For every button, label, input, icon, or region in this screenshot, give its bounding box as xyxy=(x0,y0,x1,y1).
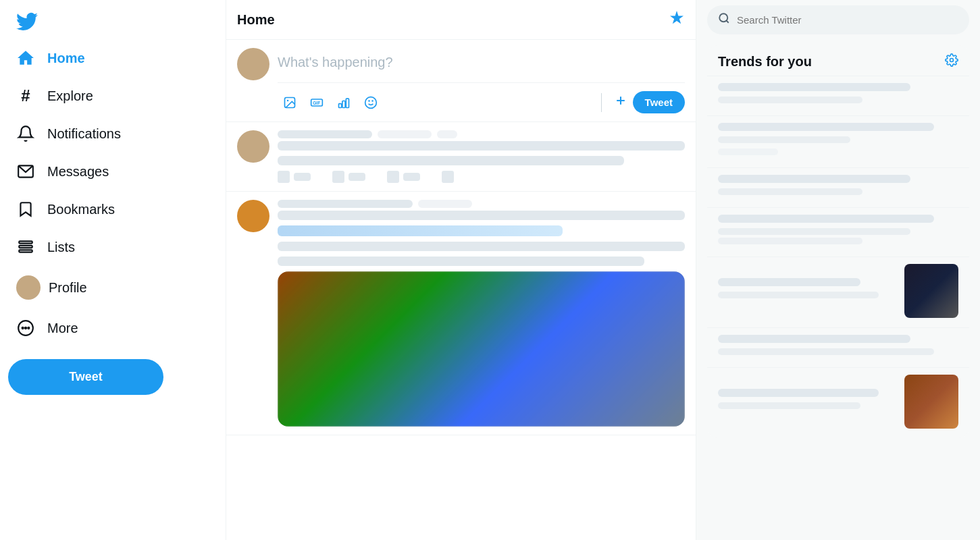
reply-action[interactable] xyxy=(278,171,311,183)
compose-icon-group: GIF xyxy=(278,92,594,113)
trend-content-row xyxy=(718,375,958,429)
trend-bar xyxy=(718,402,860,409)
trend-bar xyxy=(718,215,934,223)
sidebar-item-messages-label: Messages xyxy=(47,164,109,180)
search-box[interactable] xyxy=(707,5,969,34)
sidebar-item-lists[interactable]: Lists xyxy=(8,230,217,265)
trends-settings-icon[interactable] xyxy=(945,53,958,70)
compose-poll-button[interactable] xyxy=(332,92,356,113)
compose-plus-button[interactable] xyxy=(609,91,633,113)
trend-bar xyxy=(718,175,910,183)
tweet-highlight-bar xyxy=(278,225,563,236)
trend-bar xyxy=(718,335,910,343)
tweet-content xyxy=(278,200,685,427)
search-icon xyxy=(718,12,730,28)
svg-point-9 xyxy=(287,99,289,101)
right-panel: Trends for you xyxy=(696,0,980,540)
trend-item[interactable] xyxy=(707,207,969,256)
compose-input[interactable]: What's happening? xyxy=(278,48,685,77)
svg-rect-1 xyxy=(19,241,32,243)
trend-bar xyxy=(718,348,934,355)
trend-item-with-thumb[interactable] xyxy=(707,367,969,438)
tweet-submit-button[interactable]: Tweet xyxy=(633,91,685,113)
profile-avatar-icon xyxy=(16,275,41,300)
compose-actions: GIF Tweet xyxy=(278,82,685,113)
page-title: Home xyxy=(237,12,275,28)
svg-text:GIF: GIF xyxy=(313,101,320,105)
trend-bar xyxy=(718,97,862,103)
tweet-meta xyxy=(278,200,685,208)
tweet-text-lines xyxy=(278,211,685,266)
sidebar-item-bookmarks-label: Bookmarks xyxy=(47,202,115,217)
svg-point-21 xyxy=(950,59,954,62)
reply-count xyxy=(294,173,311,181)
trend-thumbnail xyxy=(904,375,958,429)
like-icon-placeholder xyxy=(387,171,399,183)
bell-icon xyxy=(16,124,35,143)
sidebar-item-more[interactable]: More xyxy=(8,310,217,346)
svg-point-7 xyxy=(28,327,29,329)
trend-bar xyxy=(718,278,860,286)
trend-item[interactable] xyxy=(707,327,969,367)
twitter-logo[interactable] xyxy=(8,5,217,38)
retweet-icon-placeholder xyxy=(332,171,344,183)
trend-bar xyxy=(718,188,862,195)
svg-point-15 xyxy=(365,97,377,108)
tweet-username-placeholder xyxy=(278,130,372,138)
trends-header: Trends for you xyxy=(707,45,969,76)
sidebar-item-home[interactable]: Home xyxy=(8,40,217,76)
svg-rect-13 xyxy=(342,101,345,107)
sidebar-item-lists-label: Lists xyxy=(47,240,75,255)
svg-point-5 xyxy=(22,327,24,329)
sidebar-item-explore[interactable]: # Explore xyxy=(8,78,217,113)
tweet-avatar xyxy=(237,200,269,232)
tweet-line xyxy=(278,256,644,266)
sidebar-item-profile-label: Profile xyxy=(49,280,87,296)
tweet-username-placeholder xyxy=(278,200,413,208)
sparkle-icon[interactable] xyxy=(669,9,685,30)
sidebar-item-profile[interactable]: Profile xyxy=(8,267,217,308)
sidebar: Home # Explore Notifications Messages Bo… xyxy=(0,0,226,540)
retweet-count xyxy=(349,173,365,181)
tweet-line xyxy=(278,242,685,251)
sidebar-item-notifications-label: Notifications xyxy=(47,126,121,142)
trend-thumbnail xyxy=(904,264,958,318)
trend-bar xyxy=(718,123,934,131)
like-action[interactable] xyxy=(387,171,420,183)
like-count xyxy=(403,173,420,181)
compose-gif-button[interactable]: GIF xyxy=(305,92,329,113)
sidebar-item-explore-label: Explore xyxy=(47,88,93,104)
trend-bar xyxy=(718,292,879,298)
share-action[interactable] xyxy=(442,171,454,183)
mail-icon xyxy=(16,162,35,181)
share-icon-placeholder xyxy=(442,171,454,183)
sidebar-item-notifications[interactable]: Notifications xyxy=(8,116,217,151)
lists-icon xyxy=(16,238,35,256)
trend-item-with-thumb[interactable] xyxy=(707,256,969,327)
tweet-time-placeholder xyxy=(437,130,457,138)
search-input[interactable] xyxy=(737,14,958,26)
trends-title: Trends for you xyxy=(718,54,812,70)
trend-bar xyxy=(718,83,910,91)
trends-box: Trends for you xyxy=(707,45,969,438)
tweet-button[interactable]: Tweet xyxy=(8,359,163,395)
home-icon xyxy=(16,49,35,68)
sidebar-item-bookmarks[interactable]: Bookmarks xyxy=(8,192,217,227)
svg-point-6 xyxy=(25,327,26,329)
svg-rect-2 xyxy=(19,246,32,248)
compose-image-button[interactable] xyxy=(278,92,302,113)
trend-item[interactable] xyxy=(707,76,969,115)
svg-point-20 xyxy=(719,14,727,22)
retweet-action[interactable] xyxy=(332,171,365,183)
compose-area: What's happening? GIF xyxy=(278,48,685,113)
trend-item[interactable] xyxy=(707,167,969,207)
more-icon xyxy=(16,319,35,338)
trend-item[interactable] xyxy=(707,115,969,167)
compose-avatar xyxy=(237,48,269,80)
reply-icon-placeholder xyxy=(278,171,290,183)
compose-emoji-button[interactable] xyxy=(359,92,383,113)
trend-bar xyxy=(718,136,850,143)
tweet-image[interactable] xyxy=(278,271,685,427)
sidebar-item-messages[interactable]: Messages xyxy=(8,154,217,189)
bookmark-icon xyxy=(16,200,35,219)
